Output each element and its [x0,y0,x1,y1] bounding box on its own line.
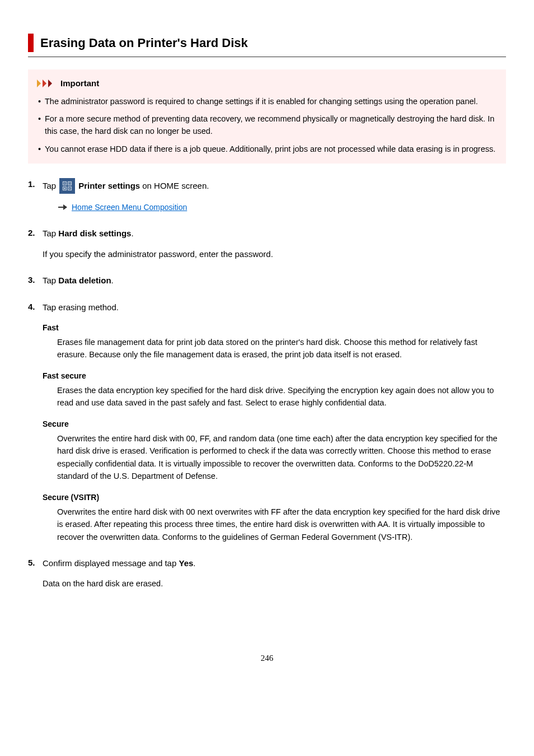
step-2-text: Tap Hard disk settings. [43,227,506,240]
step-4-text: Tap erasing method. [43,301,506,314]
step-5-pre: Confirm displayed message and tap [43,558,179,568]
methods-block: Fast Erases file management data for pri… [43,322,506,543]
step-3-post: . [111,276,114,285]
step-5-bold: Yes [179,558,193,568]
step-1-post: on HOME screen. [142,178,209,194]
page-title-block: Erasing Data on Printer's Hard Disk [28,34,506,52]
important-header: Important [37,77,497,90]
step-2-post: . [131,228,133,238]
method-fast-desc: Erases file management data for print jo… [57,336,506,361]
important-item: For a more secure method of preventing d… [37,113,497,138]
step-4: Tap erasing method. Fast Erases file man… [28,301,506,543]
title-underline [28,57,506,57]
step-1-pre: Tap [43,178,56,194]
svg-marker-14 [63,204,67,210]
step-1-link-row: Home Screen Menu Composition [58,202,506,213]
steps-list: Tap Printer settings on HOME screen. [28,178,506,590]
step-2-bold: Hard disk settings [58,228,131,238]
svg-rect-3 [63,181,67,185]
method-fast-name: Fast [43,322,506,334]
method-secure-desc: Overwrites the entire hard disk with 00,… [57,432,506,483]
step-1-bold: Printer settings [78,178,140,194]
step-3: Tap Data deletion. [28,274,506,287]
printer-settings-icon [59,178,75,194]
method-secure-name: Secure [43,418,506,430]
step-3-text: Tap Data deletion. [43,274,506,287]
page-number: 246 [28,652,506,665]
svg-point-9 [64,188,65,189]
step-5: Confirm displayed message and tap Yes. D… [28,557,506,590]
home-screen-link[interactable]: Home Screen Menu Composition [72,202,187,213]
important-box: Important The administrator password is … [28,69,506,164]
step-5-result: Data on the hard disk are erased. [43,578,506,590]
step-5-text: Confirm displayed message and tap Yes. [43,557,506,570]
method-securevsitr-desc: Overwrites the entire hard disk with 00 … [57,506,506,543]
chevron-right-icon [37,80,57,87]
arrow-right-icon [58,204,67,211]
step-1-text: Tap Printer settings on HOME screen. [43,178,506,194]
important-item: The administrator password is required t… [37,96,497,108]
svg-marker-0 [37,80,41,87]
svg-marker-1 [43,80,46,87]
method-securevsitr-name: Secure (VSITR) [43,492,506,503]
step-5-post: . [193,558,195,568]
important-item: You cannot erase HDD data if there is a … [37,143,497,156]
step-2-pre: Tap [43,228,58,238]
important-label: Important [60,77,99,90]
step-1: Tap Printer settings on HOME screen. [28,178,506,213]
important-list: The administrator password is required t… [37,96,497,156]
step-2-note: If you specify the administrator passwor… [43,248,506,261]
page-title: Erasing Data on Printer's Hard Disk [40,34,506,52]
svg-rect-6 [68,181,72,185]
step-2: Tap Hard disk settings. If you specify t… [28,227,506,261]
svg-marker-2 [48,80,52,87]
method-fastsecure-name: Fast secure [43,370,506,382]
step-3-bold: Data deletion [58,276,111,285]
step-3-pre: Tap [43,276,58,285]
svg-point-7 [69,183,71,184]
method-fastsecure-desc: Erases the data encryption key specified… [57,384,506,409]
